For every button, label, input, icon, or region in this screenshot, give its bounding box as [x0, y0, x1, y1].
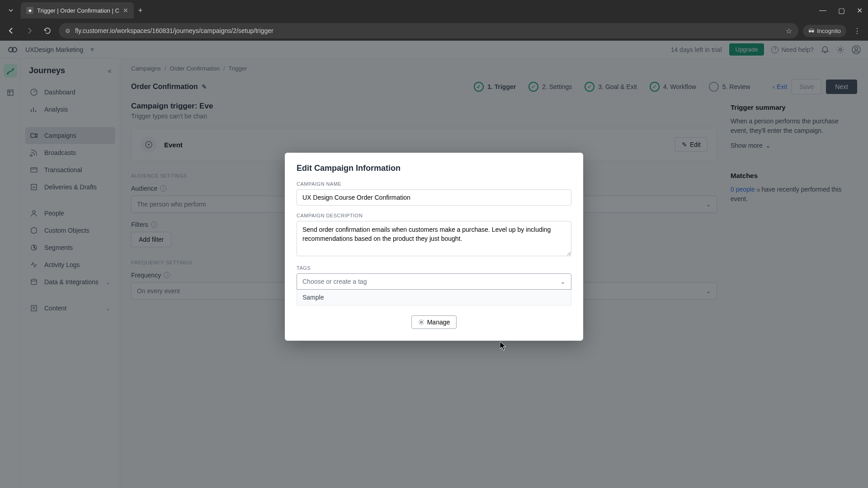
close-tab-icon[interactable]: ✕	[123, 7, 128, 14]
back-button[interactable]	[5, 24, 18, 38]
url-text: fly.customer.io/workspaces/160831/journe…	[75, 27, 781, 34]
browser-tab[interactable]: ◆ Trigger | Order Confirmation | C ✕	[21, 2, 134, 19]
new-tab-button[interactable]: +	[138, 6, 142, 14]
chevron-down-icon: ⌄	[560, 278, 566, 285]
browser-menu-icon[interactable]: ⋮	[851, 24, 863, 38]
tab-search-dropdown[interactable]	[4, 3, 18, 18]
browser-toolbar: ⚙ fly.customer.io/workspaces/160831/jour…	[0, 21, 868, 41]
bookmark-icon[interactable]: ☆	[786, 27, 792, 35]
forward-button[interactable]	[23, 24, 36, 38]
url-bar[interactable]: ⚙ fly.customer.io/workspaces/160831/jour…	[59, 23, 798, 38]
campaign-name-input[interactable]	[297, 189, 571, 206]
campaign-name-label: CAMPAIGN NAME	[297, 181, 571, 187]
maximize-icon[interactable]: ▢	[836, 5, 847, 17]
campaign-description-input[interactable]	[297, 221, 571, 256]
incognito-badge[interactable]: 🕶 Incognito	[803, 25, 846, 37]
campaign-description-label: CAMPAIGN DESCRIPTION	[297, 213, 571, 218]
tags-label: TAGS	[297, 265, 571, 271]
modal-title: Edit Campaign Information	[297, 164, 571, 173]
manage-tags-button[interactable]: Manage	[411, 315, 457, 329]
gear-icon	[418, 319, 425, 325]
minimize-icon[interactable]: —	[817, 5, 828, 17]
reload-button[interactable]	[41, 24, 54, 38]
tags-select[interactable]: Choose or create a tag ⌄	[297, 273, 571, 290]
window-controls: — ▢ ✕	[817, 5, 864, 17]
edit-campaign-modal: Edit Campaign Information CAMPAIGN NAME …	[285, 153, 583, 341]
tab-title: Trigger | Order Confirmation | C	[37, 7, 119, 14]
site-info-icon[interactable]: ⚙	[65, 28, 71, 34]
tag-option-sample[interactable]: Sample	[297, 290, 571, 305]
browser-tab-bar: ◆ Trigger | Order Confirmation | C ✕ + —…	[0, 0, 868, 21]
close-window-icon[interactable]: ✕	[855, 5, 864, 17]
svg-point-18	[420, 321, 422, 323]
tab-favicon: ◆	[26, 7, 33, 14]
incognito-icon: 🕶	[808, 28, 814, 34]
